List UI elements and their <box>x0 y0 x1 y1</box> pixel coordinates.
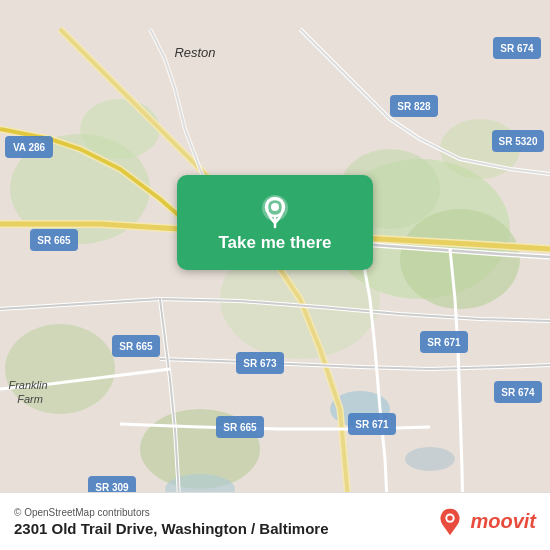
svg-text:SR 674: SR 674 <box>500 43 534 54</box>
take-me-there-label: Take me there <box>218 233 331 253</box>
svg-text:SR 673: SR 673 <box>243 358 277 369</box>
moovit-brand-text: moovit <box>470 510 536 533</box>
svg-text:SR 674: SR 674 <box>501 387 535 398</box>
svg-text:VA 286: VA 286 <box>13 142 46 153</box>
svg-text:Franklin: Franklin <box>8 379 47 391</box>
svg-text:SR 665: SR 665 <box>119 341 153 352</box>
svg-text:Farm: Farm <box>17 393 43 405</box>
svg-text:SR 5320: SR 5320 <box>499 136 538 147</box>
svg-text:SR 671: SR 671 <box>355 419 389 430</box>
svg-point-42 <box>271 203 279 211</box>
address-text: 2301 Old Trail Drive, Washington / Balti… <box>14 520 329 537</box>
svg-text:SR 828: SR 828 <box>397 101 431 112</box>
map-container: SR 674 VA 286 SR 828 SR 5320 SR 665 SR 6… <box>0 0 550 550</box>
svg-point-8 <box>80 99 160 159</box>
svg-text:Reston: Reston <box>174 45 215 60</box>
take-me-there-button[interactable]: Take me there <box>177 175 373 270</box>
svg-point-12 <box>405 447 455 471</box>
svg-point-44 <box>448 515 453 520</box>
bottom-bar: © OpenStreetMap contributors 2301 Old Tr… <box>0 492 550 550</box>
location-pin-icon <box>257 193 293 229</box>
moovit-pin-icon <box>436 508 464 536</box>
svg-point-2 <box>400 209 520 309</box>
svg-text:SR 665: SR 665 <box>37 235 71 246</box>
svg-text:SR 671: SR 671 <box>427 337 461 348</box>
address-info: © OpenStreetMap contributors 2301 Old Tr… <box>14 507 329 537</box>
map-background: SR 674 VA 286 SR 828 SR 5320 SR 665 SR 6… <box>0 0 550 550</box>
svg-text:SR 665: SR 665 <box>223 422 257 433</box>
attribution-text: © OpenStreetMap contributors <box>14 507 329 518</box>
moovit-logo: moovit <box>436 508 536 536</box>
